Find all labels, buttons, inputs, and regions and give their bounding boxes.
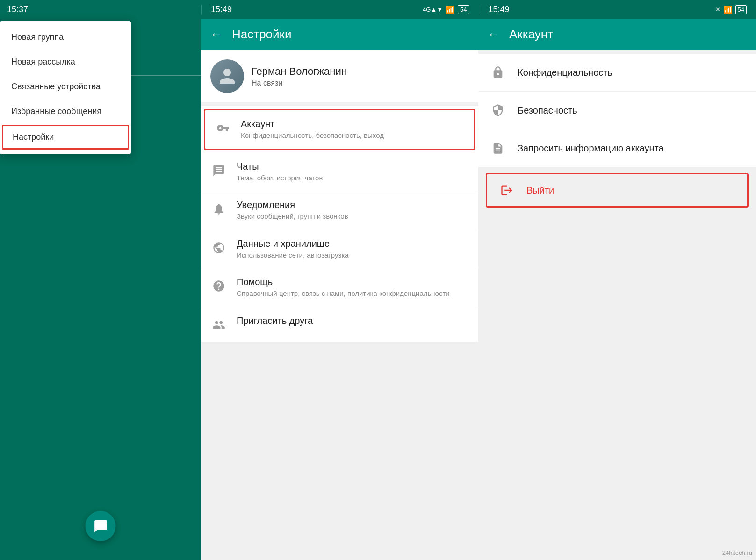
help-icon	[210, 278, 227, 294]
left-panel: WhatsApp Чаты 1 Новая группа Новая рассы…	[0, 19, 201, 560]
status-icons-mid: 4G▲▼ 📶 54	[423, 5, 469, 14]
profile-status: На связи	[252, 79, 347, 87]
request-info-label: Запросить информацию аккаунта	[518, 143, 664, 154]
notifications-text: Уведомления Звуки сообщений, групп и зво…	[237, 200, 348, 221]
right-panel: ← Аккаунт Конфиденциальность	[478, 19, 756, 560]
settings-list: Аккаунт Конфиденциальность, безопасность…	[201, 106, 478, 342]
main-container: WhatsApp Чаты 1 Новая группа Новая рассы…	[0, 19, 756, 560]
status-icons-right: ✕ 📶 54	[715, 5, 747, 14]
account-item-security[interactable]: Безопасность	[478, 92, 756, 129]
data-text: Данные и хранилище Использование сети, а…	[237, 238, 349, 260]
middle-panel: ← Настройки Герман Вологжанин На связи	[201, 19, 478, 560]
battery-right: 54	[735, 5, 747, 14]
account-list: Конфиденциальность Безопасность За	[478, 54, 756, 167]
logout-item[interactable]: Выйти	[486, 173, 749, 208]
key-icon	[215, 120, 231, 136]
wifi-icon-right: 📶	[723, 5, 733, 14]
account-header: ← Аккаунт	[478, 19, 756, 50]
dropdown-new-broadcast[interactable]: Новая рассылка	[0, 50, 131, 74]
status-bar-right: 15:49 ✕ 📶 54	[479, 5, 756, 14]
invite-icon	[210, 316, 227, 333]
status-bar-left: 15:37	[0, 5, 201, 14]
dropdown-starred-messages[interactable]: Избранные сообщения	[0, 99, 131, 124]
settings-item-account[interactable]: Аккаунт Конфиденциальность, безопасность…	[204, 109, 475, 150]
settings-item-data[interactable]: Данные и хранилище Использование сети, а…	[201, 230, 478, 269]
dropdown-new-group[interactable]: Новая группа	[0, 25, 131, 50]
settings-item-chats[interactable]: Чаты Тема, обои, история чатов	[201, 153, 478, 192]
status-time-mid: 15:49	[211, 5, 232, 14]
help-subtitle: Справочный центр, связь с нами, политика…	[237, 289, 450, 298]
account-item-privacy[interactable]: Конфиденциальность	[478, 54, 756, 92]
invite-text: Пригласить друга	[237, 316, 313, 326]
help-text: Помощь Справочный центр, связь с нами, п…	[237, 277, 450, 298]
fab-compose-button[interactable]	[86, 511, 116, 541]
signal-icon-mid: 4G▲▼	[423, 6, 443, 13]
watermark: 24hitech.ru	[722, 549, 752, 556]
dropdown-settings[interactable]: Настройки	[2, 125, 129, 150]
chats-setting-subtitle: Тема, обои, история чатов	[237, 173, 323, 183]
profile-section[interactable]: Герман Вологжанин На связи	[201, 50, 478, 102]
help-title: Помощь	[237, 277, 450, 287]
security-label: Безопасность	[518, 105, 577, 116]
wifi-icon-mid: 📶	[446, 5, 455, 14]
account-title: Аккаунт	[241, 119, 384, 129]
bell-icon	[210, 201, 227, 217]
settings-header: ← Настройки	[201, 19, 478, 50]
account-back-button[interactable]: ←	[488, 27, 500, 42]
data-title: Данные и хранилище	[237, 238, 349, 249]
dropdown-menu: Новая группа Новая рассылка Связанные ус…	[0, 21, 131, 154]
status-time-right: 15:49	[489, 5, 510, 14]
privacy-label: Конфиденциальность	[518, 67, 612, 78]
avatar-image	[210, 59, 244, 93]
chat-icon	[210, 162, 227, 179]
settings-back-button[interactable]: ←	[210, 27, 223, 42]
account-item-request[interactable]: Запросить информацию аккаунта	[478, 129, 756, 167]
settings-item-help[interactable]: Помощь Справочный центр, связь с нами, п…	[201, 268, 478, 307]
settings-item-invite[interactable]: Пригласить друга	[201, 307, 478, 342]
logout-icon	[498, 182, 515, 199]
dropdown-linked-devices[interactable]: Связанные устройства	[0, 74, 131, 99]
shield-icon	[490, 102, 506, 119]
data-subtitle: Использование сети, автозагрузка	[237, 251, 349, 260]
settings-title: Настройки	[232, 27, 292, 42]
profile-info: Герман Вологжанин На связи	[252, 65, 347, 87]
data-icon	[210, 239, 227, 256]
invite-title: Пригласить друга	[237, 316, 313, 326]
profile-name: Герман Вологжанин	[252, 65, 347, 78]
document-icon	[490, 140, 506, 157]
logout-label: Выйти	[526, 185, 554, 196]
lock-icon	[490, 64, 506, 81]
account-title: Аккаунт	[509, 27, 553, 42]
chats-setting-title: Чаты	[237, 161, 323, 172]
signal-icon-right: ✕	[715, 6, 720, 13]
status-bar: 15:37 15:49 4G▲▼ 📶 54 15:49 ✕ 📶 54	[0, 0, 756, 19]
status-bar-mid: 15:49 4G▲▼ 📶 54	[201, 5, 479, 14]
chats-text: Чаты Тема, обои, история чатов	[237, 161, 323, 183]
notifications-subtitle: Звуки сообщений, групп и звонков	[237, 212, 348, 221]
settings-item-notifications[interactable]: Уведомления Звуки сообщений, групп и зво…	[201, 191, 478, 230]
account-subtitle: Конфиденциальность, безопасность, выход	[241, 131, 384, 140]
notifications-title: Уведомления	[237, 200, 348, 210]
account-text: Аккаунт Конфиденциальность, безопасность…	[241, 119, 384, 140]
battery-mid: 54	[458, 5, 469, 14]
avatar	[210, 59, 244, 93]
status-time-left: 15:37	[7, 5, 28, 14]
